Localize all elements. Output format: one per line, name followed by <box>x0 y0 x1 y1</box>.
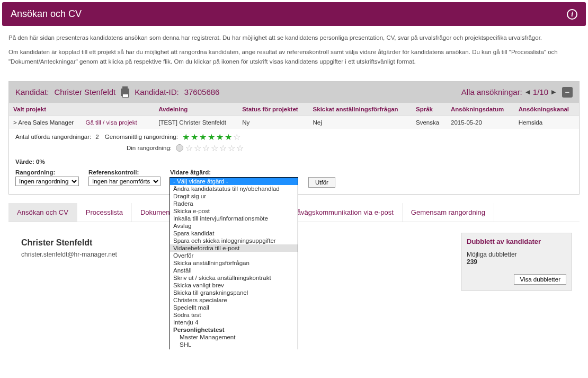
star-icon: ★ <box>191 132 198 142</box>
dropdown-option[interactable]: Speciellt mail <box>170 304 298 311</box>
dropdown-option[interactable]: Radera <box>170 200 298 207</box>
din-label: Din rangordning: <box>127 145 172 151</box>
cell-datum: 2015-05-20 <box>447 116 514 129</box>
dropdown-option[interactable]: Skicka vanligt brev <box>170 282 298 289</box>
project-link[interactable]: Gå till / visa projekt <box>86 119 137 126</box>
dropdown-option[interactable]: Skicka anställningsförfrågan <box>170 259 298 267</box>
th-sprak: Språk <box>412 103 447 116</box>
dropdown-option[interactable]: Dragit sig ur <box>170 192 298 200</box>
prev-arrow-icon[interactable]: ◀ <box>525 89 530 95</box>
print-icon[interactable] <box>121 89 129 96</box>
kandidat-id: 37605686 <box>184 87 220 96</box>
th-skickat: Skickat anställningsförfrågan <box>309 103 412 116</box>
antal-label: Antal utförda rangordningar: <box>15 134 91 140</box>
dropdown-option[interactable]: Överför <box>170 252 298 259</box>
cell-status: Ny <box>238 116 308 129</box>
tab-tv-v-gskommunikation-via-e-post[interactable]: Tvåvägskommunikation via e-post <box>281 203 403 222</box>
candidate-header: Kandidat: Christer Stenfeldt Kandidat-ID… <box>9 82 579 103</box>
cell-sprak: Svenska <box>412 116 447 129</box>
star-icon[interactable]: ☆ <box>194 143 201 153</box>
dropdown-option[interactable]: Master Management <box>170 333 298 341</box>
cell-avdelning: [TEST] Christer Stenfeldt <box>154 116 238 129</box>
info-icon[interactable]: i <box>567 9 577 20</box>
kandidat-name: Christer Stenfeldt <box>54 87 115 96</box>
dup-header: Dubblett av kandidater <box>461 233 572 249</box>
project-table: Valt projekt Avdelning Status för projek… <box>9 103 579 129</box>
dropdown-option[interactable]: Intervju 4 <box>170 319 298 326</box>
page-header: Ansökan och CV i <box>2 2 586 26</box>
star-icon[interactable]: ☆ <box>211 143 218 153</box>
dropdown-option[interactable]: Christers specialare <box>170 296 298 304</box>
star-icon: ★ <box>216 132 224 142</box>
rangordning-label: Rangordning: <box>15 169 79 175</box>
star-icon[interactable]: ☆ <box>202 143 210 153</box>
dropdown-option[interactable]: Skicka till granskningspanel <box>170 289 298 296</box>
utfor-button[interactable]: Utför <box>308 177 335 188</box>
dup-label: Möjliga dubbletter <box>467 251 566 258</box>
star-icon[interactable]: ☆ <box>219 143 227 153</box>
cell-skickat: Nej <box>309 116 412 129</box>
tab-ans-kan-och-cv[interactable]: Ansökan och CV <box>8 203 77 222</box>
dup-count: 239 <box>467 258 566 266</box>
referens-label: Referenskontroll: <box>88 169 161 175</box>
all-apps-label: Alla ansökningar: <box>461 87 522 96</box>
dropdown-option[interactable]: Södra test <box>170 311 298 319</box>
next-arrow-icon[interactable]: ▶ <box>551 89 556 95</box>
rangordning-select[interactable]: Ingen rangordning <box>15 177 79 186</box>
value-line: Värde: 0% <box>9 157 579 167</box>
table-row: > Area Sales Manager Gå till / visa proj… <box>9 116 579 129</box>
genom-label: Genomsnittlig rangordning: <box>105 134 178 140</box>
dropdown-option[interactable]: Spara kandidat <box>170 230 298 237</box>
your-stars[interactable]: ☆ ☆ ☆ ☆ ☆ ☆ ☆ <box>185 143 244 153</box>
star-icon: ★ <box>182 132 190 142</box>
th-valt-projekt: Valt projekt <box>9 103 154 116</box>
star-icon: ★ <box>199 132 207 142</box>
th-status: Status för projektet <box>238 103 308 116</box>
tab-processlista[interactable]: Processlista <box>77 203 132 222</box>
dropdown-option[interactable]: Skicka e-post <box>170 207 298 215</box>
star-icon[interactable]: ☆ <box>236 143 244 153</box>
dropdown-option[interactable]: - Välj vidare åtgärd - <box>170 178 298 185</box>
kandidat-id-label: Kandidat-ID: <box>135 87 179 96</box>
antal-value: 2 <box>95 134 99 140</box>
rating-section: Antal utförda rangordningar: 2 Genomsnit… <box>9 129 579 157</box>
dropdown-option[interactable]: Cut-e <box>170 348 298 349</box>
kandidat-label: Kandidat: <box>15 87 49 96</box>
star-icon[interactable]: ☆ <box>228 143 235 153</box>
dropdown-option[interactable]: SHL <box>170 341 298 348</box>
th-kanal: Ansökningskanal <box>514 103 579 116</box>
referens-select[interactable]: Ingen har genomförts <box>88 177 161 186</box>
dropdown-option[interactable]: Vidarebefordra till e-post <box>170 244 298 252</box>
intro-p2: Om kandidaten är kopplad till ett projek… <box>8 48 580 66</box>
star-icon: ★ <box>208 132 215 142</box>
dropdown-option[interactable]: Skriv ut / skicka anställningskontrakt <box>170 274 298 282</box>
candidate-panel: Kandidat: Christer Stenfeldt Kandidat-ID… <box>8 81 580 195</box>
controls-row: Rangordning: Ingen rangordning Referensk… <box>9 167 579 194</box>
cell-kanal: Hemsida <box>514 116 579 129</box>
avg-stars: ★ ★ ★ ★ ★ ★ ☆ <box>182 132 240 142</box>
intro-text: På den här sidan presenteras kandidatens… <box>0 28 588 77</box>
vidare-action-dropdown[interactable]: - Välj vidare åtgärd -Ändra kandidatstat… <box>170 177 298 349</box>
th-avdelning: Avdelning <box>154 103 238 116</box>
th-datum: Ansökningsdatum <box>447 103 514 116</box>
star-icon[interactable]: ☆ <box>185 143 193 153</box>
dropdown-option[interactable]: Spara och skicka inloggningsuppgifter <box>170 237 298 244</box>
star-icon: ★ <box>225 132 232 142</box>
vidare-label: Vidare åtgärd: <box>170 169 299 175</box>
dropdown-option[interactable]: Personlighetstest <box>170 326 298 333</box>
tab-gemensam-rangordning[interactable]: Gemensam rangordning <box>403 203 494 222</box>
dropdown-option[interactable]: Ändra kandidatstatus till ny/obehandlad <box>170 185 298 192</box>
project-name: > Area Sales Manager <box>13 119 74 126</box>
clear-rating-icon[interactable] <box>176 144 183 152</box>
dropdown-option[interactable]: Avslag <box>170 222 298 230</box>
intro-p1: På den här sidan presenteras kandidatens… <box>8 33 580 42</box>
show-duplicates-button[interactable]: Visa dubbletter <box>514 274 566 285</box>
dropdown-option[interactable]: Anställ <box>170 267 298 274</box>
app-position: 1/10 <box>533 87 548 96</box>
collapse-button[interactable]: − <box>562 87 573 98</box>
duplicate-box: Dubblett av kandidater Möjliga dubblette… <box>461 233 572 291</box>
dropdown-option[interactable]: Inkalla till intervju/informationsmöte <box>170 215 298 222</box>
varde-label: Värde: <box>15 159 34 165</box>
page-title: Ansökan och CV <box>11 8 82 20</box>
star-icon: ☆ <box>233 132 240 142</box>
